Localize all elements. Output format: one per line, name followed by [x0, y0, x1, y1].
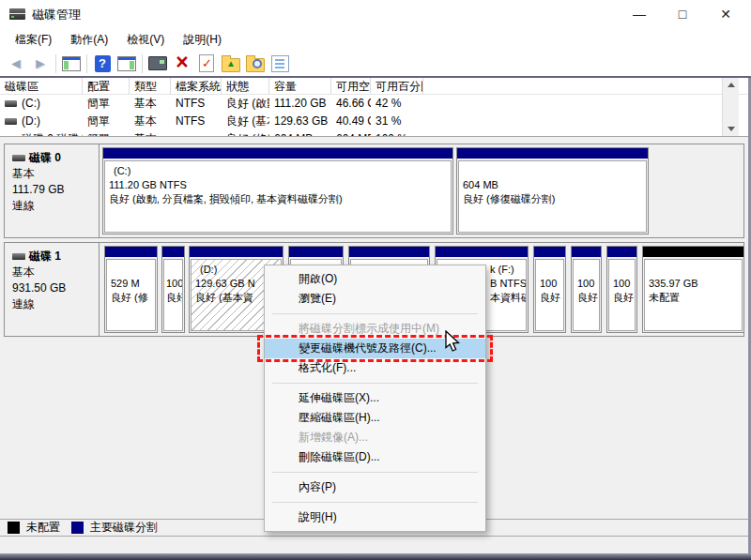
- menu-help[interactable]: 說明(H): [174, 28, 231, 51]
- partition-bar: [349, 247, 429, 258]
- menu-file[interactable]: 檔案(F): [6, 28, 61, 51]
- maximize-button[interactable]: □: [661, 0, 704, 28]
- disk-1-kind: 基本: [12, 265, 99, 280]
- partition-c[interactable]: (C:) 111.20 GB NTFS 良好 (啟動, 分頁檔案, 損毀傾印, …: [102, 147, 453, 235]
- task-list-button[interactable]: [268, 53, 292, 75]
- menu-item-properties[interactable]: 內容(P): [265, 477, 485, 497]
- scroll-up-icon[interactable]: [723, 78, 739, 93]
- menu-item-delete-volume[interactable]: 刪除磁碟區(D)...: [265, 447, 485, 467]
- volume-drive-icon: [5, 118, 17, 125]
- unallocated-swatch-icon: [8, 522, 20, 534]
- partition-unallocated[interactable]: 335.97 GB 未配置: [642, 246, 744, 333]
- partition-100mb-1[interactable]: 100 良好: [161, 246, 185, 333]
- partition-bar: [190, 247, 283, 258]
- disk-icon: [12, 155, 25, 161]
- table-scrollbar[interactable]: [722, 78, 739, 136]
- column-header-filesystem[interactable]: 檔案系統: [171, 78, 222, 95]
- menu-separator: [265, 378, 485, 388]
- disk-management-window: 磁碟管理 — □ ✕ 檔案(F) 動作(A) 檢視(V) 說明(H) ? 磁碟區: [0, 0, 751, 560]
- forward-button[interactable]: [28, 53, 53, 75]
- disk-1-size: 931.50 GB: [12, 280, 99, 296]
- toolbar-separator: [142, 54, 143, 73]
- partition-100mb-2[interactable]: 100 良好: [533, 246, 566, 333]
- menu-item-add-mirror: 新增鏡像(A)...: [265, 428, 485, 447]
- menu-item-help[interactable]: 說明(H): [265, 507, 485, 527]
- disk-1-status: 連線: [12, 296, 99, 312]
- properties-check-icon: [199, 54, 214, 72]
- menu-item-extend-volume[interactable]: 延伸磁碟區(X)...: [265, 388, 485, 408]
- primary-partition-swatch-icon: [71, 522, 84, 534]
- legend-unallocated: 未配置: [8, 520, 60, 536]
- toolbar-separator: [86, 54, 87, 73]
- menu-action[interactable]: 動作(A): [61, 28, 117, 51]
- context-menu: 開啟(O) 瀏覽(E) 將磁碟分割標示成使用中(M) 變更磁碟機代號及路徑(C)…: [264, 265, 486, 532]
- volume-drive-icon: [5, 100, 17, 107]
- legend-primary-partition: 主要磁碟分割: [71, 520, 158, 536]
- window-bottom-edge: [0, 553, 751, 560]
- partition-bar: [162, 247, 184, 258]
- help-button[interactable]: ?: [90, 53, 115, 75]
- forward-icon: [33, 55, 48, 72]
- delete-volume-button[interactable]: [170, 53, 194, 75]
- column-header-type[interactable]: 類型: [130, 78, 171, 95]
- column-header-layout[interactable]: 配置: [83, 78, 130, 95]
- volume-list: 磁碟區 配置 類型 檔案系統 狀態 容量 可用空間 可用百分比 (C:) 簡單 …: [0, 78, 751, 136]
- explore-button[interactable]: [243, 53, 268, 75]
- toolbar: ?: [0, 51, 751, 78]
- disk-0-status: 連線: [12, 198, 99, 214]
- scroll-down-icon[interactable]: [723, 121, 739, 136]
- column-header-filler: [423, 78, 751, 95]
- table-row-c[interactable]: (C:) 簡單 基本 NTFS 良好 (啟動... 111.20 GB 46.6…: [0, 95, 722, 113]
- menu-item-shrink-volume[interactable]: 壓縮磁碟區(H)...: [265, 408, 485, 428]
- title-bar: 磁碟管理 — □ ✕: [0, 0, 751, 28]
- computer-button[interactable]: [146, 53, 170, 75]
- properties-button[interactable]: [194, 53, 219, 75]
- task-list-icon: [271, 55, 289, 72]
- back-icon: [8, 55, 23, 72]
- partition-bar: [103, 148, 452, 159]
- column-header-capacity[interactable]: 容量: [269, 78, 331, 95]
- open-button[interactable]: [219, 53, 243, 75]
- disk-1-label[interactable]: 磁碟 1 基本 931.50 GB 連線: [5, 243, 100, 336]
- volume-list-header: 磁碟區 配置 類型 檔案系統 狀態 容量 可用空間 可用百分比: [0, 78, 751, 95]
- unallocated-bar: [643, 247, 743, 258]
- volume-rows: (C:) 簡單 基本 NTFS 良好 (啟動... 111.20 GB 46.6…: [0, 95, 722, 136]
- close-button[interactable]: ✕: [704, 0, 747, 28]
- column-header-free[interactable]: 可用空間: [331, 78, 371, 95]
- menu-separator: [265, 467, 485, 477]
- action-pane-button[interactable]: [115, 53, 139, 75]
- menu-item-format[interactable]: 格式化(F)...: [265, 358, 485, 378]
- partition-bar: [607, 247, 636, 258]
- action-pane-icon: [117, 56, 136, 71]
- back-button[interactable]: [4, 53, 28, 75]
- partition-bar: [289, 247, 343, 258]
- column-header-volume[interactable]: 磁碟區: [0, 78, 83, 95]
- column-header-free-pct[interactable]: 可用百分比: [371, 78, 423, 95]
- app-drive-icon: [9, 8, 25, 20]
- help-icon: ?: [95, 55, 111, 72]
- disk-0-size: 111.79 GB: [12, 182, 99, 198]
- partition-100mb-4[interactable]: 100 良好: [606, 246, 637, 333]
- console-tree-button[interactable]: [59, 53, 84, 75]
- partition-recovery[interactable]: 604 MB 良好 (修復磁碟分割): [456, 147, 649, 235]
- partition-bar: [436, 247, 528, 258]
- status-bar: [0, 537, 751, 553]
- disk-0-kind: 基本: [12, 166, 99, 182]
- partition-529mb[interactable]: 529 M 良好 (修: [104, 246, 158, 333]
- console-tree-icon: [62, 56, 81, 71]
- disk-0-row: 磁碟 0 基本 111.79 GB 連線 (C:) 111.20 GB NTFS…: [4, 144, 744, 238]
- disk-icon: [12, 253, 25, 260]
- partition-bar: [534, 247, 565, 258]
- column-header-status[interactable]: 狀態: [222, 78, 269, 95]
- minimize-button[interactable]: —: [618, 0, 661, 28]
- disk-0-label[interactable]: 磁碟 0 基本 111.79 GB 連線: [5, 144, 100, 237]
- table-row-d[interactable]: (D:) 簡單 基本 NTFS 良好 (基本... 129.63 GB 40.4…: [0, 113, 722, 130]
- partition-100mb-3[interactable]: 100 良好: [571, 246, 602, 333]
- folder-search-icon: [246, 58, 265, 72]
- menu-separator: [265, 497, 485, 507]
- menu-item-open[interactable]: 開啟(O): [265, 269, 485, 289]
- menu-view[interactable]: 檢視(V): [117, 28, 174, 51]
- partition-bar: [572, 247, 601, 258]
- menu-separator: [265, 309, 485, 319]
- menu-item-explore[interactable]: 瀏覽(E): [265, 289, 485, 309]
